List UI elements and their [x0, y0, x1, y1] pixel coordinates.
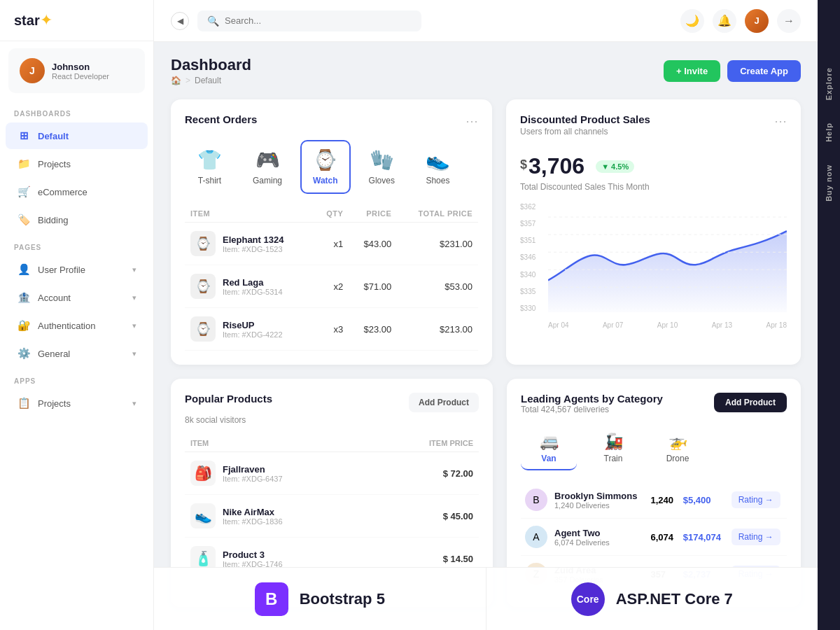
x-label: Apr 18: [766, 321, 786, 329]
x-label: Apr 07: [603, 321, 623, 329]
tech-badges: B Bootstrap 5 Core ASP.NET Core 7: [154, 567, 818, 630]
agent-rating-cell: Rating →: [727, 519, 787, 556]
sidebar-item-label: Projects: [38, 398, 71, 409]
topbar-right: 🌙 🔔 J →: [680, 9, 801, 33]
dashboards-section-label: DASHBOARDS: [0, 100, 153, 122]
authentication-icon: 🔐: [17, 318, 31, 332]
topbar-avatar[interactable]: J: [745, 9, 769, 33]
category-tab-gloves[interactable]: 🧤 Gloves: [356, 140, 407, 194]
product-name: Fjallraven: [223, 464, 283, 475]
search-box: 🔍: [197, 10, 421, 31]
agents-add-product-button[interactable]: Add Product: [714, 393, 787, 412]
user-name: Johnson: [52, 62, 109, 72]
agent-cat-drone[interactable]: 🚁 Drone: [650, 427, 706, 470]
table-row: ⌚ Elephant 1324 Item: #XDG-1523 x1 $43.0…: [185, 223, 478, 265]
buy-now-tab[interactable]: Buy now: [819, 153, 839, 213]
sidebar-item-label: Authentication: [38, 321, 95, 331]
leading-agents-header: Leading Agents by Category Total 424,567…: [521, 393, 787, 424]
topbar-arrow-button[interactable]: →: [777, 9, 801, 33]
category-tab-label: Watch: [313, 176, 338, 186]
topbar-theme-button[interactable]: 🌙: [680, 9, 704, 33]
sidebar-item-ecommerce[interactable]: 🛒 eCommerce: [6, 178, 148, 205]
sidebar-item-bidding[interactable]: 🏷️ Bidding: [6, 206, 148, 233]
product-image: 🎒: [190, 461, 216, 486]
order-item-id: Item: #XDG-4222: [223, 330, 283, 339]
rating-button[interactable]: Rating →: [732, 528, 780, 545]
logo-star: ✦: [40, 11, 52, 29]
sidebar-item-label: Account: [38, 293, 71, 303]
sales-value: 3,706: [528, 153, 584, 179]
sidebar-item-user-profile[interactable]: 👤 User Profile ▾: [6, 256, 148, 283]
help-tab[interactable]: Help: [819, 111, 839, 153]
gloves-icon: 🧤: [370, 148, 394, 172]
sidebar-item-apps-projects[interactable]: 📋 Projects ▾: [6, 390, 148, 416]
y-label: $330: [520, 304, 536, 312]
sidebar-item-account[interactable]: 🏦 Account ▾: [6, 284, 148, 311]
chart-x-labels: Apr 04 Apr 07 Apr 10 Apr 13 Apr 18: [548, 321, 787, 329]
apps-section-label: APPS: [0, 368, 153, 389]
agent-cat-train[interactable]: 🚂 Train: [585, 427, 641, 470]
chart-area: $362 $357 $351 $346 $340 $335 $330: [520, 203, 787, 329]
order-item-image: ⌚: [190, 231, 216, 256]
chart-y-labels: $362 $357 $351 $346 $340 $335 $330: [520, 203, 536, 312]
table-row: ⌚ RiseUP Item: #XDG-4222 x3 $23.00 $213.…: [185, 308, 478, 351]
account-icon: 🏦: [17, 290, 31, 304]
recent-orders-menu-icon[interactable]: ⋯: [465, 113, 478, 129]
sidebar-item-label: Projects: [38, 159, 71, 169]
explore-tab[interactable]: Explore: [819, 56, 839, 111]
discounted-sales-subtitle: Users from all channels: [520, 127, 650, 136]
apps-projects-icon: 📋: [17, 396, 31, 410]
sidebar-item-label: General: [38, 349, 70, 359]
recent-orders-title: Recent Orders: [185, 113, 257, 125]
category-tab-shoes[interactable]: 👟 Shoes: [413, 140, 463, 194]
leading-agents-subtitle: Total 424,567 deliveries: [521, 405, 663, 414]
bidding-icon: 🏷️: [17, 213, 31, 227]
product-name: Product 3: [223, 550, 283, 560]
product-price: $ 72.00: [377, 452, 479, 495]
table-row: A Agent Two 6,074 Deliveries 6,074 $174,…: [521, 519, 787, 556]
bootstrap-badge: B Bootstrap 5: [154, 568, 486, 630]
product-image: 👟: [190, 503, 216, 528]
sidebar-item-authentication[interactable]: 🔐 Authentication ▾: [6, 312, 148, 339]
aspnet-badge: Core ASP.NET Core 7: [486, 568, 818, 630]
product-id: Item: #XDG-1836: [223, 517, 283, 526]
agent-deliveries: 6,074 Deliveries: [554, 538, 610, 547]
y-label: $335: [520, 288, 536, 295]
add-product-button[interactable]: Add Product: [409, 393, 479, 412]
chevron-down-icon: ▾: [132, 265, 136, 274]
y-label: $346: [520, 253, 536, 261]
recent-orders-header: Recent Orders ⋯: [185, 113, 478, 129]
category-tab-label: Shoes: [426, 176, 449, 186]
order-item-name: Red Laga: [223, 277, 283, 288]
top-panels-row: Recent Orders ⋯ 👕 T-shirt 🎮 Gaming: [171, 99, 801, 365]
recent-orders-panel: Recent Orders ⋯ 👕 T-shirt 🎮 Gaming: [171, 99, 492, 365]
agent-cat-van[interactable]: 🚐 Van: [521, 427, 577, 470]
category-tab-watch[interactable]: ⌚ Watch: [300, 140, 351, 194]
order-total: $53.00: [397, 265, 478, 308]
pages-section-label: PAGES: [0, 234, 153, 255]
create-app-button[interactable]: Create App: [727, 60, 801, 82]
sidebar-toggle-button[interactable]: ◀: [171, 12, 189, 30]
discounted-sales-header: Discounted Product Sales Users from all …: [520, 113, 787, 136]
sidebar-item-default[interactable]: ⊞ Default: [6, 122, 148, 149]
sidebar-item-projects[interactable]: 📁 Projects: [6, 150, 148, 177]
sidebar-item-general[interactable]: ⚙️ General ▾: [6, 340, 148, 367]
col-price: PRICE: [349, 205, 397, 223]
rating-button[interactable]: Rating →: [732, 491, 780, 508]
table-row: 👟 Nike AirMax Item: #XDG-1836 $ 45.00: [185, 495, 479, 538]
category-tab-label: Gaming: [253, 176, 282, 186]
category-tab-tshirt[interactable]: 👕 T-shirt: [185, 140, 234, 194]
topbar-notification-button[interactable]: 🔔: [713, 9, 736, 33]
order-qty: x3: [314, 308, 349, 351]
category-tab-gaming[interactable]: 🎮 Gaming: [240, 140, 295, 194]
sidebar-user[interactable]: J Johnson React Developer: [8, 48, 145, 93]
search-input[interactable]: [225, 15, 412, 26]
category-tabs: 👕 T-shirt 🎮 Gaming ⌚ Watch 🧤 Gloves: [185, 140, 478, 194]
order-item-cell: ⌚ RiseUP Item: #XDG-4222: [185, 308, 314, 351]
order-item-id: Item: #XDG-5314: [223, 288, 283, 296]
agent-earnings: $5,400: [679, 482, 727, 519]
invite-button[interactable]: + Invite: [664, 60, 720, 82]
discounted-sales-menu-icon[interactable]: ⋯: [774, 113, 787, 129]
breadcrumb-current: Default: [195, 76, 221, 85]
y-label: $357: [520, 220, 536, 227]
